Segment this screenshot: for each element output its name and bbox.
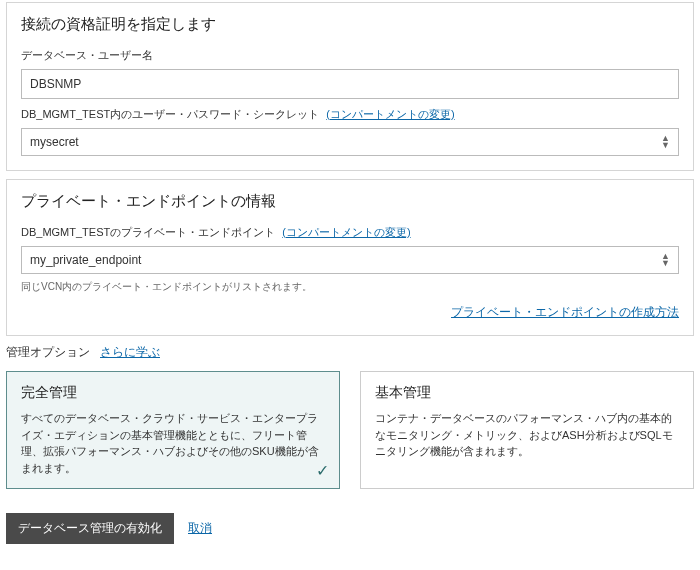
secret-label-prefix: DB_MGMT_TEST内のユーザー・パスワード・シークレット bbox=[21, 108, 319, 120]
cancel-link[interactable]: 取消 bbox=[188, 520, 212, 537]
secret-label-row: DB_MGMT_TEST内のユーザー・パスワード・シークレット (コンパートメン… bbox=[21, 107, 679, 122]
management-options-cards: 完全管理 すべてのデータベース・クラウド・サービス・エンタープライズ・エディショ… bbox=[6, 371, 694, 489]
endpoint-panel: プライベート・エンドポイントの情報 DB_MGMT_TESTのプライベート・エン… bbox=[6, 179, 694, 336]
change-compartment-link-1[interactable]: (コンパートメントの変更) bbox=[326, 108, 454, 120]
secret-select-value: mysecret bbox=[30, 135, 79, 149]
management-options-label: 管理オプション bbox=[6, 344, 90, 361]
option-full-desc: すべてのデータベース・クラウド・サービス・エンタープライズ・エディションの基本管… bbox=[21, 410, 325, 476]
option-full-title: 完全管理 bbox=[21, 384, 325, 402]
credentials-title: 接続の資格証明を指定します bbox=[21, 15, 679, 34]
endpoint-title: プライベート・エンドポイントの情報 bbox=[21, 192, 679, 211]
endpoint-label-row: DB_MGMT_TESTのプライベート・エンドポイント (コンパートメントの変更… bbox=[21, 225, 679, 240]
checkmark-icon: ✓ bbox=[316, 461, 329, 480]
endpoint-select[interactable]: my_private_endpoint ▲▼ bbox=[21, 246, 679, 274]
option-basic-desc: コンテナ・データベースのパフォーマンス・ハブ内の基本的なモニタリング・メトリック… bbox=[375, 410, 679, 460]
create-endpoint-link[interactable]: プライベート・エンドポイントの作成方法 bbox=[451, 305, 679, 319]
secret-select[interactable]: mysecret ▲▼ bbox=[21, 128, 679, 156]
change-compartment-link-2[interactable]: (コンパートメントの変更) bbox=[282, 226, 410, 238]
endpoint-label-prefix: DB_MGMT_TESTのプライベート・エンドポイント bbox=[21, 226, 275, 238]
credentials-panel: 接続の資格証明を指定します データベース・ユーザー名 DB_MGMT_TEST内… bbox=[6, 2, 694, 171]
endpoint-helper: 同じVCN内のプライベート・エンドポイントがリストされます。 bbox=[21, 280, 679, 294]
option-basic-management[interactable]: 基本管理 コンテナ・データベースのパフォーマンス・ハブ内の基本的なモニタリング・… bbox=[360, 371, 694, 489]
option-full-management[interactable]: 完全管理 すべてのデータベース・クラウド・サービス・エンタープライズ・エディショ… bbox=[6, 371, 340, 489]
learn-more-link[interactable]: さらに学ぶ bbox=[100, 344, 160, 361]
footer-actions: データベース管理の有効化 取消 bbox=[6, 513, 694, 544]
db-user-label: データベース・ユーザー名 bbox=[21, 48, 679, 63]
management-options-row: 管理オプション さらに学ぶ bbox=[6, 344, 694, 361]
chevron-updown-icon: ▲▼ bbox=[661, 135, 670, 149]
option-basic-title: 基本管理 bbox=[375, 384, 679, 402]
db-user-input[interactable] bbox=[21, 69, 679, 99]
enable-db-management-button[interactable]: データベース管理の有効化 bbox=[6, 513, 174, 544]
endpoint-select-value: my_private_endpoint bbox=[30, 253, 141, 267]
chevron-updown-icon: ▲▼ bbox=[661, 253, 670, 267]
